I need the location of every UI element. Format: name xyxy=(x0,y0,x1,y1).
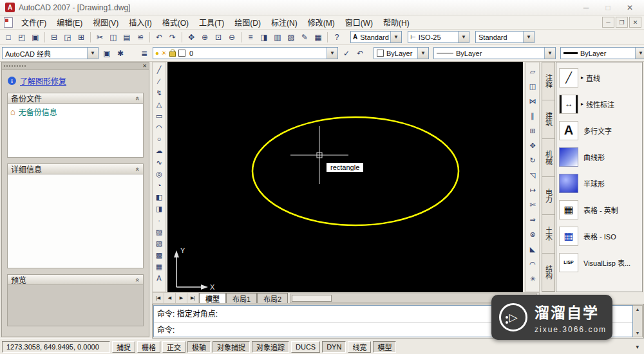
tab-nav-button[interactable]: ◀ xyxy=(164,293,176,303)
save-button[interactable]: ▣ xyxy=(29,31,42,44)
dyn-toggle[interactable]: DYN xyxy=(322,341,346,353)
close-button[interactable]: ✕ xyxy=(621,3,639,12)
tab-nav-button[interactable]: ▶| xyxy=(187,293,199,303)
scale-button[interactable]: ◹ xyxy=(527,168,538,183)
backup-section-header[interactable]: 备份文件 « xyxy=(7,93,144,104)
arc-button[interactable]: ◠ xyxy=(153,122,165,133)
match-properties-button[interactable]: ≌ xyxy=(134,31,147,44)
region-button[interactable]: ▩ xyxy=(153,249,165,261)
collapse-chevron-icon[interactable]: « xyxy=(134,167,142,171)
text-style-combo[interactable]: A Standard ▼ xyxy=(350,31,402,43)
color-combo[interactable]: ByLayer ▼ xyxy=(374,47,429,59)
menu-item[interactable]: 编辑(E) xyxy=(52,15,88,29)
circle-button[interactable]: ○ xyxy=(153,133,165,145)
layout-tab[interactable]: 布局1 xyxy=(226,293,257,303)
collapse-chevron-icon[interactable]: « xyxy=(134,96,142,100)
toolbar-separator[interactable] xyxy=(239,31,243,44)
scrollbar-thumb[interactable] xyxy=(292,295,332,302)
sheetset-manager-button[interactable]: ▧ xyxy=(285,31,298,44)
grid-toggle[interactable]: 栅格 xyxy=(137,341,160,353)
copy-button[interactable]: ◫ xyxy=(527,79,538,94)
cut-button[interactable]: ✂ xyxy=(93,31,106,44)
menu-item[interactable]: 工具(T) xyxy=(194,15,229,29)
otrack-toggle[interactable]: 对象追踪 xyxy=(252,341,289,353)
table-button[interactable]: ▦ xyxy=(153,261,165,272)
trim-button[interactable]: ✄ xyxy=(527,198,538,212)
lineweight-combo[interactable]: ByLayer ▼ xyxy=(560,47,644,59)
palette-item-mtext[interactable]: A 多行文字 xyxy=(559,119,639,142)
toolbar-separator[interactable] xyxy=(180,31,184,44)
quickcalc-button[interactable]: ▦ xyxy=(312,31,325,44)
menu-item[interactable]: 窗口(W) xyxy=(340,15,378,29)
layer-previous-button[interactable]: ↶ xyxy=(354,47,366,60)
revcloud-button[interactable]: ☁ xyxy=(153,145,165,156)
palette-item-visuallisp[interactable]: LISP VisualLisp 表... xyxy=(559,251,639,274)
plot-preview-button[interactable]: ◲ xyxy=(61,31,74,44)
polygon-button[interactable]: △ xyxy=(153,98,165,110)
mirror-button[interactable]: ⋈ xyxy=(527,94,538,109)
table-style-combo[interactable]: Standard ▼ xyxy=(475,31,535,43)
ducs-toggle[interactable]: DUCS xyxy=(291,341,320,353)
menu-item[interactable]: 绘图(D) xyxy=(229,15,266,29)
array-button[interactable]: ⊞ xyxy=(527,124,538,138)
palette-close-icon[interactable]: ✕ xyxy=(142,64,147,69)
collapse-chevron-icon[interactable]: « xyxy=(134,277,142,281)
scroll-up-icon[interactable]: ▲ xyxy=(636,307,640,312)
dim-style-combo[interactable]: ⊢ ISO-25 ▼ xyxy=(408,31,469,43)
rotate-button[interactable]: ↻ xyxy=(527,153,538,168)
spline-button[interactable]: ∿ xyxy=(153,156,165,168)
point-button[interactable]: ∙ xyxy=(153,214,165,226)
designcenter-button[interactable]: ◨ xyxy=(258,31,270,44)
mdi-restore-button[interactable]: ❐ xyxy=(616,17,628,28)
command-scrollbar[interactable]: ▲ ▼ xyxy=(633,305,643,337)
line-button[interactable]: ╱ xyxy=(153,64,165,75)
minimize-button[interactable]: ─ xyxy=(577,3,595,12)
zoom-previous-button[interactable]: ⊖ xyxy=(225,31,238,44)
toolbar-separator[interactable] xyxy=(88,31,93,44)
tab-nav-button[interactable]: |◀ xyxy=(153,293,164,303)
menu-item[interactable]: 文件(F) xyxy=(16,15,52,29)
markup-manager-button[interactable]: ✎ xyxy=(298,31,311,44)
toolbar-separator[interactable] xyxy=(43,31,47,44)
palette-item-table-imperial[interactable]: ▦ 表格 - 英制 xyxy=(559,198,639,221)
insert-block-button[interactable]: ◧ xyxy=(153,191,165,203)
open-button[interactable]: ◰ xyxy=(15,31,28,44)
palette-tab[interactable]: 电力 xyxy=(542,177,554,215)
copy-clip-button[interactable]: ◫ xyxy=(107,31,120,44)
preview-section-header[interactable]: 预览 « xyxy=(7,274,144,285)
ellipse-button[interactable]: ◎ xyxy=(153,168,165,180)
tool-palettes-button[interactable]: ▥ xyxy=(271,31,284,44)
ellipse-arc-button[interactable]: ◔ xyxy=(153,180,165,191)
help-button[interactable]: ? xyxy=(330,31,343,44)
offset-button[interactable]: ∥ xyxy=(527,109,538,124)
workspace-save-button[interactable]: ▣ xyxy=(100,47,113,60)
tab-nav-button[interactable]: ▶ xyxy=(176,293,187,303)
break-button[interactable]: ⊗ xyxy=(527,227,538,242)
palette-item-linear-dim[interactable]: ↔ ▸ 线性标注 xyxy=(559,93,639,115)
scroll-down-icon[interactable]: ▼ xyxy=(636,331,640,335)
menu-item[interactable]: 格式(O) xyxy=(157,15,194,29)
workspace-combo[interactable]: AutoCAD 经典 ▼ xyxy=(2,47,99,59)
lineweight-toggle[interactable]: 线宽 xyxy=(348,341,371,353)
model-toggle[interactable]: 模型 xyxy=(373,341,396,353)
palette-item-hemisphere[interactable]: 半球形 xyxy=(559,172,639,194)
workspace-settings-button[interactable]: ✱ xyxy=(114,47,127,60)
palette-tab[interactable]: 注释 xyxy=(542,62,554,100)
toolbar-separator[interactable] xyxy=(147,31,152,44)
maximize-button[interactable]: □ xyxy=(599,3,617,12)
menu-item[interactable]: 修改(M) xyxy=(303,15,340,29)
undo-button[interactable]: ↶ xyxy=(153,31,166,44)
menu-item[interactable]: 标注(N) xyxy=(266,15,303,29)
stretch-button[interactable]: ↦ xyxy=(527,183,538,198)
palette-tab[interactable]: 土木 xyxy=(542,215,554,253)
move-button[interactable]: ✥ xyxy=(527,138,538,153)
drawing-canvas[interactable]: Y X rectangle xyxy=(167,62,523,292)
palette-tab[interactable]: 结构 xyxy=(542,254,554,292)
plot-button[interactable]: ⊟ xyxy=(48,31,61,44)
pan-button[interactable]: ✥ xyxy=(185,31,198,44)
mdi-minimize-button[interactable]: ─ xyxy=(602,17,614,28)
layer-combo[interactable]: ● ☀ 0 ▼ xyxy=(153,47,338,59)
details-section-header[interactable]: 详细信息 « xyxy=(7,163,144,174)
palette-tab[interactable]: 建筑 xyxy=(542,100,554,138)
hatch-button[interactable]: ▨ xyxy=(153,226,165,238)
